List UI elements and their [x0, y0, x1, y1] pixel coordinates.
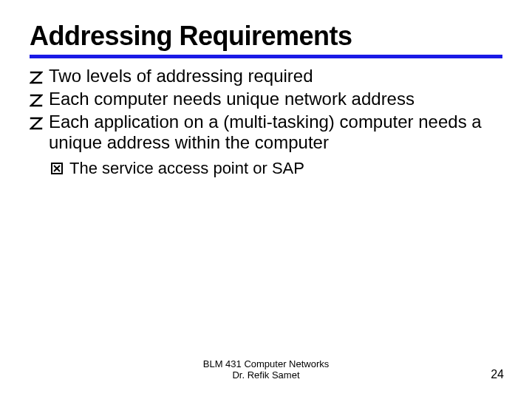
- list-item: Each computer needs unique network addre…: [30, 89, 502, 110]
- z-bullet-icon: [30, 68, 43, 81]
- page-number: 24: [491, 368, 504, 381]
- slide-footer: BLM 431 Computer Networks Dr. Refik Same…: [0, 358, 532, 381]
- sub-list-item: The service access point or SAP: [50, 158, 502, 179]
- bullet-text: Two levels of addressing required: [49, 66, 313, 86]
- footer-line-2: Dr. Refik Samet: [0, 369, 532, 381]
- title-underline: [30, 55, 502, 58]
- z-bullet-icon: [30, 114, 43, 127]
- y-bullet-icon: [50, 160, 64, 173]
- list-item: Each application on a (multi-tasking) co…: [30, 112, 502, 154]
- bullet-text: Each computer needs unique network addre…: [49, 89, 415, 109]
- bullet-list: Two levels of addressing required Each c…: [30, 66, 502, 179]
- bullet-text: Each application on a (multi-tasking) co…: [49, 112, 482, 153]
- page-title: Addressing Requirements: [30, 21, 502, 52]
- z-bullet-icon: [30, 91, 43, 104]
- sub-bullet-text: The service access point or SAP: [69, 159, 304, 177]
- footer-center: BLM 431 Computer Networks Dr. Refik Same…: [0, 358, 532, 381]
- footer-line-1: BLM 431 Computer Networks: [0, 358, 532, 370]
- list-item: Two levels of addressing required: [30, 66, 502, 87]
